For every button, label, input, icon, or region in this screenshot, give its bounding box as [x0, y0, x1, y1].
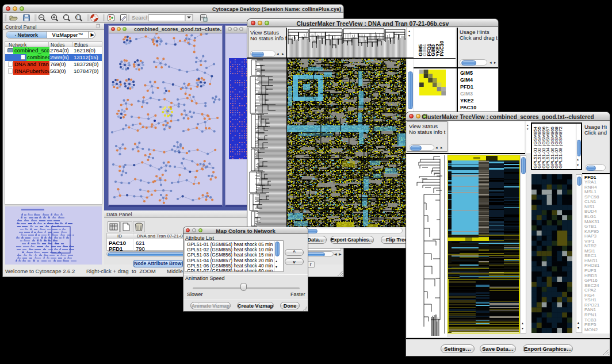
svg-text:Search:: Search: — [132, 14, 151, 21]
svg-text:1:1: 1:1 — [76, 16, 81, 19]
